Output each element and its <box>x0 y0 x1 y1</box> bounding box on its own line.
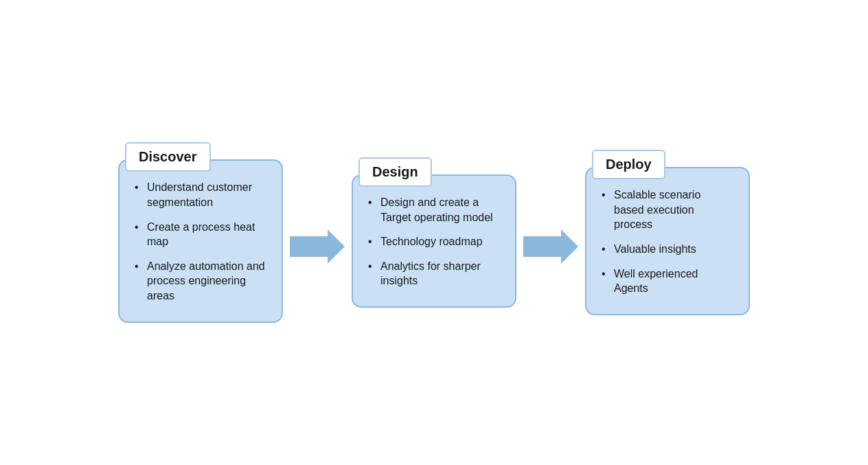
phase-discover-item-2: Analyze automation and process engineeri… <box>135 259 266 304</box>
phase-deploy-item-0: Scalable scenario based execution proces… <box>602 188 733 232</box>
svg-marker-1 <box>523 229 578 264</box>
phase-list-discover: Understand customer segmentationCreate a… <box>135 180 266 303</box>
phase-list-deploy: Scalable scenario based execution proces… <box>602 188 733 296</box>
phase-content-design: Design and create a Target operating mod… <box>352 174 516 308</box>
phase-title-design: Design <box>358 157 432 187</box>
phase-title-discover: Discover <box>125 142 211 172</box>
arrow-icon <box>290 229 345 264</box>
phase-discover-item-1: Create a process heat map <box>135 220 266 249</box>
phase-design-item-2: Analytics for sharper insights <box>368 259 500 288</box>
arrow-icon <box>523 229 578 264</box>
phase-deploy: DeployScalable scenario based execution … <box>585 150 750 315</box>
phase-discover-item-0: Understand customer segmentation <box>135 180 266 209</box>
arrow-2 <box>516 229 585 264</box>
phase-deploy-item-1: Valuable insights <box>602 242 733 257</box>
diagram-container: DiscoverUnderstand customer segmentation… <box>77 115 791 350</box>
arrow-1 <box>283 229 352 264</box>
phase-deploy-item-2: Well experienced Agents <box>602 266 733 296</box>
phase-design-item-1: Technology roadmap <box>368 234 500 249</box>
phase-content-deploy: Scalable scenario based execution proces… <box>585 167 750 315</box>
phase-content-discover: Understand customer segmentationCreate a… <box>118 159 283 322</box>
svg-marker-0 <box>290 229 345 264</box>
phase-design-item-0: Design and create a Target operating mod… <box>368 195 500 225</box>
phase-discover: DiscoverUnderstand customer segmentation… <box>118 142 283 322</box>
phase-design: DesignDesign and create a Target operati… <box>352 157 516 308</box>
phase-list-design: Design and create a Target operating mod… <box>368 195 500 288</box>
phase-title-deploy: Deploy <box>592 150 665 179</box>
